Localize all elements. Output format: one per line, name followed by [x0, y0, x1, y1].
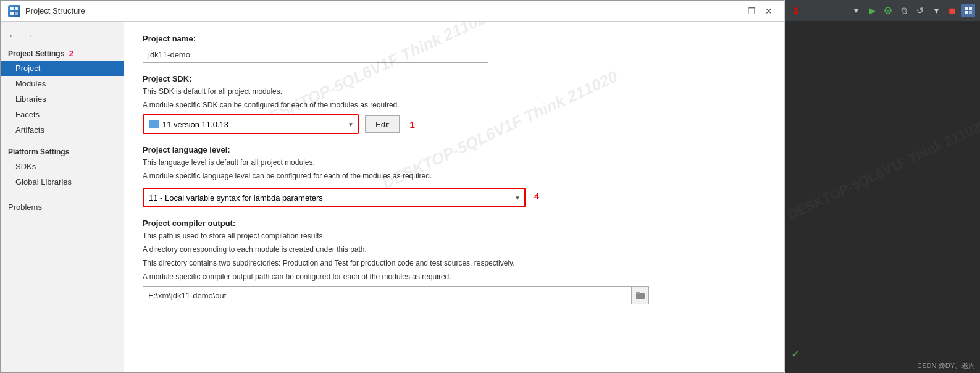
annotation-1: 1	[794, 6, 798, 15]
run-config-dropdown[interactable]: ▾	[849, 4, 863, 17]
lang-select-wrapper: 11 - Local variable syntax for lambda pa…	[143, 188, 526, 207]
language-level-section: Project language level: This language le…	[143, 145, 765, 207]
svg-rect-5	[636, 292, 640, 294]
right-editor-content: DESKTOP-5QL6V1F Think 211020 ✓ CSDN @DY、…	[785, 21, 980, 373]
compiler-desc-1: This path is used to store all project c…	[143, 230, 765, 241]
debug-button[interactable]	[881, 4, 895, 17]
sidebar-item-global-libraries[interactable]: Global Libraries	[1, 174, 124, 190]
project-name-label: Project name:	[143, 34, 765, 43]
right-watermark: DESKTOP-5QL6V1F Think 211020	[785, 117, 980, 224]
sidebar: ← → Project Settings 2 Project Modules L…	[1, 22, 124, 372]
svg-rect-0	[10, 7, 14, 10]
build-icon	[964, 6, 973, 15]
lang-row: 11 - Local variable syntax for lambda pa…	[143, 184, 765, 207]
right-panel: 1 ▾ ▶ ↺ ▾ ◼ DESKTOP-5QL6V1F Think 211020…	[784, 0, 980, 373]
sidebar-item-sdks[interactable]: SDKs	[1, 159, 124, 174]
minimize-button[interactable]: —	[727, 6, 742, 17]
svg-point-6	[885, 7, 891, 14]
window-controls: — ❐ ✕	[727, 6, 776, 17]
svg-rect-3	[15, 12, 18, 15]
project-settings-label: Project Settings 2	[1, 45, 124, 61]
debug-icon	[884, 6, 892, 15]
build-button[interactable]	[961, 4, 975, 17]
run-button[interactable]: ▶	[865, 4, 879, 17]
more-dropdown-button[interactable]: ▾	[929, 4, 943, 17]
main-panel: DESKTOP-5QL6V1F Think 211020 DESKTOP-5QL…	[124, 22, 784, 372]
app-icon	[8, 5, 20, 17]
reload-button[interactable]: ↺	[913, 4, 927, 17]
title-bar-left: Project Structure	[8, 5, 85, 17]
lang-dropdown-arrow: ▼	[514, 195, 521, 201]
nav-back-button[interactable]: ←	[6, 29, 20, 43]
sdk-value: 11 version 11.0.13	[162, 120, 228, 129]
platform-settings-label: Platform Settings	[1, 144, 124, 159]
sdk-select-wrapper: 11 version 11.0.13 ▼	[143, 114, 359, 134]
lang-desc-1: This language level is default for all p…	[143, 157, 765, 168]
sidebar-item-facets[interactable]: Facets	[1, 107, 124, 122]
svg-rect-2	[10, 12, 14, 15]
sidebar-item-libraries[interactable]: Libraries	[1, 91, 124, 107]
project-structure-dialog: Project Structure — ❐ ✕ ← → Project Sett…	[0, 0, 784, 373]
annotation-3: 1	[409, 119, 414, 130]
sidebar-item-problems[interactable]: Problems	[1, 199, 124, 215]
sdk-desc-2: A module specific SDK can be configured …	[143, 99, 765, 111]
compiler-folder-button[interactable]	[631, 287, 648, 304]
stop-button[interactable]: ◼	[945, 4, 959, 17]
sdk-row: 11 version 11.0.13 ▼ Edit 1	[143, 114, 765, 134]
compiler-output-wrapper	[143, 286, 649, 304]
lang-desc-2: A module specific language level can be …	[143, 170, 765, 182]
title-bar: Project Structure — ❐ ✕	[1, 1, 784, 22]
sdk-dropdown[interactable]: 11 version 11.0.13 ▼	[144, 115, 358, 133]
folder-icon	[636, 291, 645, 299]
compiler-desc-4: A module specific compiler output path c…	[143, 271, 765, 282]
sdk-icon	[149, 120, 159, 128]
svg-rect-10	[969, 11, 972, 14]
csdn-label: CSDN @DY、老周	[917, 361, 975, 371]
sidebar-item-artifacts[interactable]: Artifacts	[1, 122, 124, 138]
dialog-content: ← → Project Settings 2 Project Modules L…	[1, 22, 784, 372]
sdk-dropdown-arrow: ▼	[348, 121, 354, 128]
sidebar-item-modules[interactable]: Modules	[1, 76, 124, 91]
checkmark: ✓	[791, 347, 800, 361]
project-name-section: Project name:	[143, 34, 765, 63]
svg-rect-9	[965, 11, 968, 14]
svg-rect-7	[965, 7, 968, 10]
compiler-output-label: Project compiler output:	[143, 219, 765, 228]
sidebar-item-project[interactable]: Project	[1, 61, 124, 76]
lang-dropdown[interactable]: 11 - Local variable syntax for lambda pa…	[144, 189, 524, 206]
maximize-button[interactable]: ❐	[744, 6, 759, 17]
nav-forward-button[interactable]: →	[22, 29, 36, 43]
lang-level-label: Project language level:	[143, 145, 765, 154]
right-toolbar: 1 ▾ ▶ ↺ ▾ ◼	[785, 0, 980, 21]
nav-header: ← →	[1, 27, 124, 45]
close-button[interactable]: ✕	[761, 6, 776, 17]
attach-button[interactable]	[897, 4, 911, 17]
compiler-desc-3: This directory contains two subdirectori…	[143, 258, 765, 269]
attach-icon	[900, 6, 908, 15]
project-sdk-label: Project SDK:	[143, 74, 765, 83]
svg-rect-1	[15, 7, 18, 10]
compiler-desc-2: A directory corresponding to each module…	[143, 244, 765, 255]
annotation-4: 4	[534, 191, 539, 201]
annotation-2: 2	[69, 49, 73, 58]
sdk-desc-1: This SDK is default for all project modu…	[143, 86, 765, 97]
dialog-title: Project Structure	[25, 6, 85, 15]
lang-value: 11 - Local variable syntax for lambda pa…	[149, 193, 323, 203]
project-sdk-section: Project SDK: This SDK is default for all…	[143, 74, 765, 134]
svg-rect-4	[636, 293, 645, 299]
compiler-output-section: Project compiler output: This path is us…	[143, 219, 765, 304]
svg-rect-8	[969, 7, 972, 10]
compiler-output-input[interactable]	[143, 287, 631, 304]
sdk-edit-button[interactable]: Edit	[365, 115, 400, 133]
project-name-input[interactable]	[143, 46, 488, 63]
